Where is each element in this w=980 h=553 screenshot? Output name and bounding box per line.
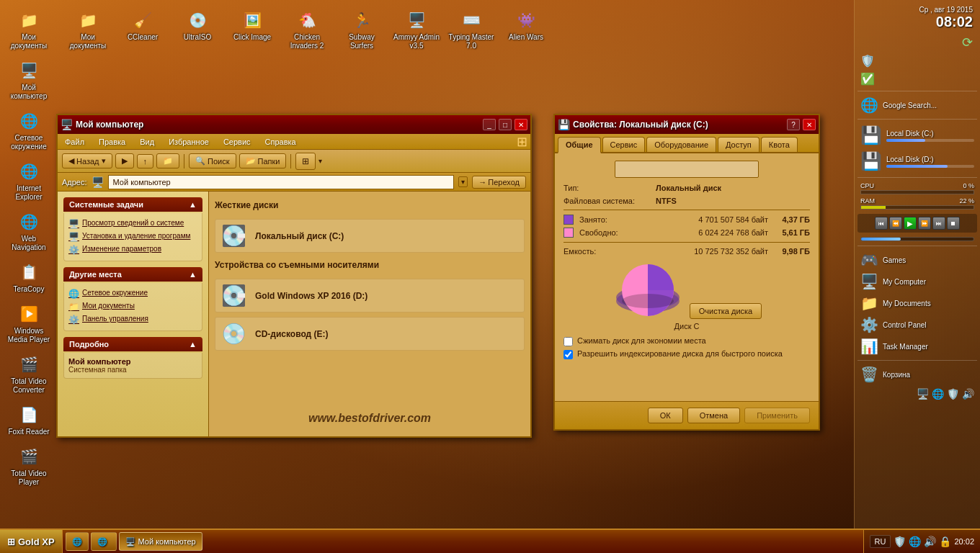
desktop-icon-subway-surfers[interactable]: 🏃 Subway Surfers [337, 6, 386, 53]
apply-button[interactable]: Применить [744, 408, 810, 423]
tab-hardware[interactable]: Оборудование [646, 137, 716, 152]
folders-icon: 📂 [246, 156, 256, 166]
security-tray-icon[interactable]: 🛡️ [947, 388, 959, 400]
my-computer-shortcut[interactable]: 🖥️ My Computer [858, 271, 977, 292]
ok-button[interactable]: ОК [648, 408, 683, 423]
network-env-link[interactable]: 🌐 Сетевое окружение [68, 287, 197, 300]
media-prev-btn[interactable]: ⏮ [875, 217, 888, 230]
free-bytes: 6 024 224 768 байт [643, 228, 768, 237]
control-panel-link[interactable]: ⚙️ Панель управления [68, 313, 197, 326]
desktop-icon-network[interactable]: 🌐 Сетевое окружение [3, 107, 55, 154]
taskbar-ie[interactable]: 🌐 [66, 532, 89, 551]
desktop-icon-ccleaner[interactable]: 🧹 CCleaner [118, 6, 167, 53]
desktop-icon-wmp[interactable]: ▶️ Windows Media Player [3, 300, 55, 347]
tab-access[interactable]: Доступ [718, 137, 760, 152]
menu-edit[interactable]: Правка [94, 136, 130, 148]
address-box[interactable]: Мой компьютер [108, 175, 455, 189]
view-system-info-link[interactable]: 🖥️ Просмотр сведений о системе [68, 217, 197, 230]
media-fwd-btn[interactable]: ⏩ [918, 217, 931, 230]
desktop-icon-my-computer[interactable]: 🖥️ Мой компьютер [3, 56, 55, 104]
desktop-icon-total-video-player[interactable]: 🎬 Total Video Player [3, 442, 55, 490]
view-button[interactable]: ⊞ [295, 153, 316, 170]
desktop-icon-my-docs[interactable]: 📁 Мои документы [3, 6, 55, 53]
menu-tools[interactable]: Сервис [219, 136, 255, 148]
cmd-icon[interactable]: 🖥️ [917, 388, 929, 400]
desktop-icon-typing-master[interactable]: ⌨️ Typing Master 7.0 [447, 6, 496, 53]
control-panel-shortcut[interactable]: ⚙️ Control Panel [858, 314, 977, 336]
menu-view[interactable]: Вид [135, 136, 159, 148]
local-disk-c-shortcut[interactable]: 💾 Local Disk (C:) [858, 122, 977, 148]
desktop-icon-web-nav[interactable]: 🌐 Web Navigation [3, 207, 55, 255]
search-button[interactable]: 🔍 Поиск [189, 153, 236, 168]
refresh-icon[interactable]: ⟳ [962, 35, 973, 50]
tray-area: 🖥️ 🌐 🛡️ 🔊 [858, 385, 977, 403]
close-button[interactable]: ✕ [514, 119, 527, 130]
drive-c-item[interactable]: 💽 Локальный диск (C:) [215, 219, 525, 253]
prop-close-button[interactable]: ✕ [803, 119, 816, 130]
details-header[interactable]: Подробно ▲ [63, 337, 202, 351]
games-shortcut[interactable]: 🎮 Games [858, 249, 977, 271]
local-disk-d-shortcut[interactable]: 💾 Local Disk (D:) [858, 148, 977, 174]
media-play-btn[interactable]: ▶ [904, 217, 917, 230]
menu-file[interactable]: Файл [61, 136, 89, 148]
security-icon-row[interactable]: 🛡️ [858, 52, 977, 70]
back-button[interactable]: ◀ Назад ▾ [62, 153, 112, 168]
media-stop-btn[interactable]: ⏹ [947, 217, 960, 230]
up-button[interactable]: ↑ [137, 154, 154, 168]
tab-quota[interactable]: Квота [761, 137, 798, 152]
desktop-icon-total-video-converter[interactable]: 🎬 Total Video Converter [3, 350, 55, 397]
index-checkbox[interactable] [564, 350, 573, 359]
prop-help-button[interactable]: ? [787, 119, 800, 130]
drive-e-item[interactable]: 💿 CD-дисковод (E:) [215, 317, 525, 351]
change-settings-link[interactable]: ⚙️ Изменение параметров [68, 243, 197, 256]
tray-security-icon[interactable]: 🛡️ [894, 536, 906, 547]
cleanup-disk-button[interactable]: Очистка диска [690, 303, 762, 319]
desktop-icon-foxit[interactable]: 📄 Foxit Reader [3, 400, 55, 439]
media-next-btn[interactable]: ⏭ [932, 217, 945, 230]
media-progress[interactable] [860, 237, 974, 241]
desktop-icon-ie[interactable]: 🌐 Internet Explorer [3, 157, 55, 204]
menu-favorites[interactable]: Избранное [164, 136, 213, 148]
tab-general[interactable]: Общие [558, 137, 601, 153]
taskbar-ie-instance[interactable]: 🌐 [91, 532, 117, 551]
desktop-icon-chicken-invaders[interactable]: 🐔 Chicken Invaders 2 [282, 6, 331, 53]
tray-network-icon[interactable]: 🌐 [909, 536, 921, 547]
addr-dropdown-btn[interactable]: ▾ [458, 176, 468, 187]
tray-lock-icon[interactable]: 🔒 [939, 536, 951, 547]
folders-button[interactable]: 📂 Папки [239, 153, 287, 168]
desktop-icon-click-image[interactable]: 🖼️ Click Image [228, 6, 277, 53]
network-tray-icon[interactable]: 🌐 [932, 388, 944, 400]
media-rew-btn[interactable]: ⏪ [889, 217, 902, 230]
desktop-icon-teracopy[interactable]: 📋 TeraCopy [3, 258, 55, 297]
tab-service[interactable]: Сервис [602, 137, 646, 152]
forward-button[interactable]: ▶ [115, 153, 134, 168]
other-places-header[interactable]: Другие места ▲ [63, 267, 202, 282]
desktop-icon-ultraiso[interactable]: 💿 UltraISO [173, 6, 222, 53]
my-documents-shortcut[interactable]: 📁 My Documents [858, 292, 977, 314]
system-tasks-header[interactable]: Системные задачи ▲ [63, 197, 202, 212]
sound-tray-icon[interactable]: 🔊 [962, 388, 974, 400]
desktop-icon-ammyy[interactable]: 🖥️ Ammyy Admin v3.5 [392, 6, 441, 53]
cancel-button[interactable]: Отмена [687, 408, 740, 423]
change-settings-label: Изменение параметров [82, 245, 161, 253]
go-button[interactable]: → Переход [472, 176, 526, 189]
details-sub-label: Системная папка [68, 366, 197, 374]
recycle-bin-shortcut[interactable]: 🗑️ Корзина [858, 364, 977, 385]
tray-sound-icon[interactable]: 🔊 [924, 536, 936, 547]
compress-checkbox[interactable] [564, 337, 573, 346]
folder-icon-btn[interactable]: 📁 [156, 153, 179, 168]
green-icon-row[interactable]: ✅ [858, 70, 977, 88]
my-docs-link[interactable]: 📁 Мои документы [68, 300, 197, 313]
task-manager-shortcut[interactable]: 📊 Task Manager [858, 336, 977, 357]
google-search-shortcut[interactable]: 🌐 Google Search... [858, 94, 977, 116]
menu-help[interactable]: Справка [261, 136, 300, 148]
add-remove-programs-link[interactable]: 🖥️ Установка и удаление программ [68, 230, 197, 243]
maximize-button[interactable]: □ [499, 119, 512, 130]
desktop-icon-my-docs-top[interactable]: 📁 Мои документы [63, 6, 112, 53]
language-indicator[interactable]: RU [870, 535, 891, 548]
taskbar-mycomputer[interactable]: 🖥️ Мой компьютер [119, 532, 202, 551]
drive-d-item[interactable]: 💽 Gold Windows XP 2016 (D:) [215, 279, 525, 313]
start-button[interactable]: ⊞ Gold XP [0, 530, 63, 553]
minimize-button[interactable]: _ [483, 119, 496, 130]
desktop-icon-alien-wars[interactable]: 👾 Alien Wars [502, 6, 551, 53]
